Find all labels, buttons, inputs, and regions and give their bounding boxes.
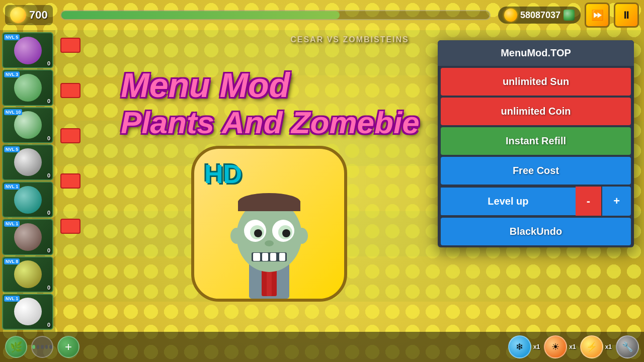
svg-rect-17 [270,253,276,261]
progress-bar-container [60,10,491,20]
mod-menu-panel: MenuMod.TOP unlimited Sun unlimited Coin… [438,40,634,247]
game-icon: HD [191,146,347,302]
svg-point-13 [265,240,274,246]
plant-level-6: NVL 1 [4,221,20,227]
power-sun-item: ☀ x1 [544,335,576,358]
plant-slot-7[interactable]: NVL 8 0 [2,256,53,293]
svg-point-12 [282,229,290,237]
sun-icon [10,7,26,23]
free-cost-button[interactable]: Free Cost [441,157,631,185]
svg-rect-15 [253,253,260,261]
plant-level-8: NVL 1 [4,296,20,302]
unlimited-sun-label: unlimited Sun [441,68,631,96]
free-cost-label: Free Cost [441,157,631,185]
level-up-minus-button[interactable]: - [576,187,601,216]
top-bar: 700 58087037 ⏩ ⏸ [0,0,644,30]
power-sun-count: x1 [569,343,576,350]
unlimited-coin-label: unlimited Coin [441,98,631,125]
zombie-svg [214,178,325,299]
plant-slot-3[interactable]: NVL 10 0 [2,107,53,143]
plant-count-4: 0 [47,172,50,178]
plant-icon-2 [14,74,42,102]
plant-level-4: NVL 5 [4,146,20,152]
plant-icon-4 [14,148,42,176]
plant-level-2: NVL 3 [4,71,20,77]
game-title: Menu Mod Plants And Zomebie [121,65,420,140]
instant-refill-button[interactable]: Instant Refill [441,127,631,155]
plant-slot-1[interactable]: NVL 5 0 [2,32,53,68]
plant-level-3: NVL 10 [4,109,22,115]
mod-menu-header: MenuMod.TOP [438,40,634,66]
plant-sidebar: NVL 5 0 NVL 3 0 NVL 10 0 NVL 5 0 NVL 1 0… [0,30,55,332]
mower-4 [60,173,80,189]
plant-icon-6 [14,223,42,251]
grass-row-6 [55,256,644,302]
power-bolt-button[interactable]: ⚡ [580,335,603,358]
svg-rect-6 [238,201,300,211]
plant-icon-3 [14,111,42,139]
instant-refill-label: Instant Refill [441,127,631,155]
plant-count-3: 0 [47,135,50,141]
progress-bar-fill [61,11,340,19]
plant-level-1: NVL 5 [4,34,20,40]
plant-level-5: NVL 1 [4,184,20,190]
plant-slot-2[interactable]: NVL 3 0 [2,69,53,106]
add-plant-button[interactable]: + [57,336,79,358]
plant-icon-7 [14,260,42,288]
svg-point-20 [296,228,308,244]
coin-count: 58087037 [520,10,560,21]
sun-count: 700 [29,9,48,22]
plant-slot-4[interactable]: NVL 5 0 [2,144,53,180]
battle-title: CESAR VS ZOMBISTEINS [290,35,409,44]
fast-forward-button[interactable]: ⏩ [585,3,610,28]
plant-count-6: 0 [47,247,50,253]
gem-icon [564,10,575,21]
plant-level-7: NVL 8 [4,258,20,264]
power-snow-count: x1 [533,343,540,350]
svg-point-11 [254,229,262,237]
power-snow-button[interactable]: ❄ [508,335,531,358]
plant-slot-5[interactable]: NVL 1 0 [2,182,53,218]
title-line1: Menu Mod [121,65,420,105]
level-up-row: Level up - + [441,187,631,216]
seed-slots-indicator [31,336,53,358]
unlimited-sun-button[interactable]: unlimited Sun [441,68,631,96]
plant-select-icon[interactable]: 🌿 [5,336,27,358]
coin-display: 58087037 [498,7,581,24]
level-up-plus-button[interactable]: + [602,187,631,216]
bottom-bar: 🌿 + ❄ x1 ☀ x1 ⚡ x1 🔧 [0,332,644,362]
mower-1 [60,38,80,53]
black-undo-button[interactable]: BlackUndo [441,218,631,245]
power-wrench-item: 🔧 [616,335,639,358]
black-undo-label: BlackUndo [441,218,631,245]
svg-rect-16 [262,253,268,261]
plant-icon-1 [14,37,42,64]
plant-count-2: 0 [47,98,50,104]
level-up-label: Level up [441,188,576,215]
svg-rect-18 [279,253,285,261]
plant-count-1: 0 [47,60,50,66]
plant-icon-8 [14,298,42,325]
plant-slot-6[interactable]: NVL 1 0 [2,219,53,255]
mower-3 [60,128,80,143]
plant-count-5: 0 [47,210,50,216]
power-sun-button[interactable]: ☀ [544,335,567,358]
sun-counter: 700 [5,5,53,25]
plant-icon-5 [14,186,42,214]
mower-2 [60,83,80,98]
plant-count-7: 0 [47,285,50,291]
title-line2: Plants And Zomebie [121,105,420,140]
coin-icon [504,9,517,22]
pause-button[interactable]: ⏸ [614,3,639,28]
power-bolt-count: x1 [605,343,612,350]
unlimited-coin-button[interactable]: unlimited Coin [441,98,631,125]
power-snow-item: ❄ x1 [508,335,540,358]
plant-count-8: 0 [47,322,50,328]
power-wrench-button[interactable]: 🔧 [616,335,639,358]
power-bolt-item: ⚡ x1 [580,335,612,358]
plant-slot-8[interactable]: NVL 1 0 [2,294,53,330]
mower-5 [60,219,80,234]
svg-point-19 [230,228,243,244]
